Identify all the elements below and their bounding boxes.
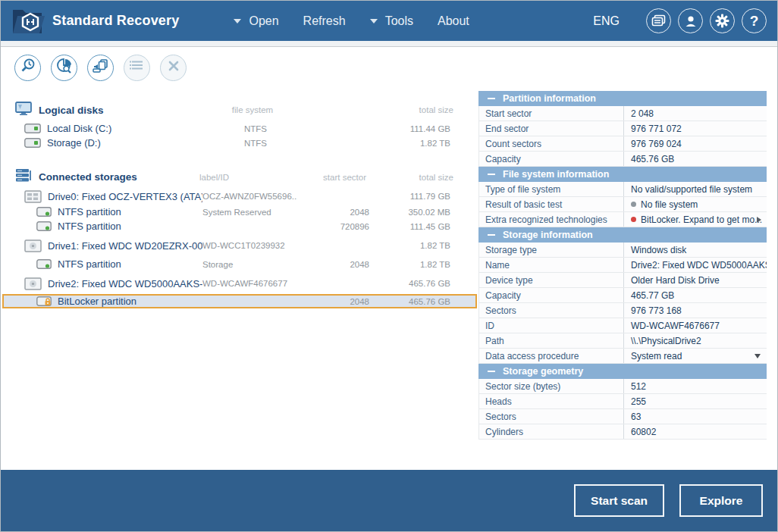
scan-button[interactable] <box>14 55 41 81</box>
menu-about[interactable]: About <box>428 10 478 33</box>
tree-row-local-disk-c[interactable]: Local Disk (C:) NTFS 111.44 GB <box>2 121 477 136</box>
info-row: Sector size (bytes)512 <box>478 379 767 394</box>
bitlocker-expand-value[interactable]: BitLocker. Expand to get mo... <box>623 212 767 227</box>
close-icon <box>167 59 180 76</box>
info-row: Capacity465.77 GB <box>478 288 767 303</box>
analyze-icon <box>56 58 73 77</box>
menu-tools-label: Tools <box>385 14 413 28</box>
filesystem-info-header[interactable]: File system information <box>478 167 767 182</box>
menu-open-label: Open <box>249 14 278 28</box>
app-logo-icon <box>10 5 46 38</box>
menu-about-label: About <box>438 14 469 28</box>
menu-tools[interactable]: Tools <box>361 10 422 33</box>
explore-button[interactable]: Explore <box>679 484 763 517</box>
info-row: Start sector2 048 <box>478 106 767 121</box>
collapse-icon <box>488 234 495 236</box>
tree-row-ntfs-partition[interactable]: NTFS partition System Reserved 2048 350.… <box>2 205 477 219</box>
dropdown-arrow-icon[interactable] <box>754 354 761 358</box>
partition-info-header[interactable]: Partition information <box>478 91 767 106</box>
tree-row-drive0[interactable]: Drive0: Fixed OCZ-VERTEX3 (ATA) OCZ-AWNZ… <box>2 188 477 205</box>
connected-storages-title: Connected storages <box>39 171 137 183</box>
hard-drive-icon <box>24 277 42 290</box>
close-storage-button[interactable] <box>160 55 187 81</box>
collapse-icon <box>488 174 495 175</box>
topbar-divider <box>1 41 777 47</box>
chevron-down-icon <box>234 19 241 23</box>
storage-tree-panel: Logical disks file system total size <box>1 88 478 470</box>
expand-right-icon[interactable] <box>757 217 761 223</box>
top-navigation-bar: Standard Recovery Open Refresh Tools Abo… <box>1 1 777 41</box>
menu-refresh[interactable]: Refresh <box>294 10 355 33</box>
info-row: Path\\.\PhysicalDrive2 <box>478 333 767 349</box>
scan-icon <box>20 58 36 77</box>
info-row: Type of file systemNo valid/supported fi… <box>478 182 767 197</box>
main-content: Logical disks file system total size <box>1 88 777 470</box>
tree-row-ntfs-partition[interactable]: NTFS partition Storage 2048 1.82 TB <box>2 257 477 271</box>
status-dot-red <box>631 217 636 222</box>
toolbar <box>1 47 777 88</box>
disk-icon <box>24 124 41 133</box>
news-icon <box>651 14 666 27</box>
column-header-total-size: total size <box>306 105 478 114</box>
info-row: Device typeOlder Hard Disk Drive <box>478 273 767 288</box>
help-button[interactable]: ? <box>742 8 767 33</box>
tree-row-ntfs-partition[interactable]: NTFS partition 720896 111.45 GB <box>2 219 477 233</box>
tree-row-storage-d[interactable]: Storage (D:) NTFS 1.82 TB <box>2 136 477 150</box>
info-row: IDWD-WCAWF4676677 <box>478 318 767 333</box>
logical-disks-title: Logical disks <box>39 105 104 116</box>
tree-row-bitlocker-partition[interactable]: BitLocker partition 2048 465.76 GB <box>2 294 477 308</box>
status-dot-gray <box>631 202 636 207</box>
user-icon <box>684 14 698 28</box>
tree-row-drive1[interactable]: Drive1: Fixed WDC WD20EZRX-00DC... WD-WC… <box>2 237 477 254</box>
list-icon <box>130 59 145 76</box>
account-button[interactable] <box>678 8 703 33</box>
info-row: Cylinders60802 <box>478 424 767 440</box>
info-row: NameDrive2: Fixed WDC WD5000AAKS-22V <box>478 258 767 273</box>
menu-open[interactable]: Open <box>224 10 287 33</box>
tree-row-drive2[interactable]: Drive2: Fixed WDC WD5000AAKS-22... WD-WC… <box>2 275 477 292</box>
info-row: Sectors976 773 168 <box>478 303 767 318</box>
column-header-label-id: label/ID <box>199 173 294 182</box>
app-title: Standard Recovery <box>52 13 179 29</box>
analyze-button[interactable] <box>51 55 77 81</box>
list-view-button[interactable] <box>124 55 150 81</box>
column-header-total-size: total size <box>366 173 478 182</box>
locked-partition-icon <box>36 296 52 307</box>
settings-button[interactable] <box>710 8 735 33</box>
copy-data-icon <box>92 58 109 77</box>
logical-disks-header: Logical disks file system total size <box>1 102 478 117</box>
partition-icon <box>36 221 52 231</box>
menu-refresh-label: Refresh <box>303 14 346 28</box>
data-access-procedure-select[interactable]: System read <box>623 349 767 363</box>
info-row: Storage typeWindows disk <box>478 243 767 258</box>
server-stack-icon <box>15 168 32 186</box>
info-row: Sectors63 <box>478 409 767 424</box>
news-button[interactable] <box>646 8 671 33</box>
partition-icon <box>36 207 52 217</box>
details-panel: Partition information Start sector2 048 … <box>478 88 767 470</box>
start-scan-button[interactable]: Start scan <box>574 484 664 517</box>
help-icon: ? <box>750 14 759 28</box>
collapse-icon <box>488 98 495 99</box>
app-window: Standard Recovery Open Refresh Tools Abo… <box>0 0 778 532</box>
monitor-icon <box>15 102 32 118</box>
bottom-action-bar: Start scan Explore <box>1 470 777 531</box>
info-row: Extra recognized technologies BitLocker.… <box>478 212 767 227</box>
copy-data-button[interactable] <box>87 55 114 81</box>
column-header-start-sector: start sector <box>294 173 366 182</box>
connected-storages-header: Connected storages label/ID start sector… <box>1 168 478 183</box>
chevron-down-icon <box>370 19 378 23</box>
disk-icon <box>24 138 41 148</box>
ssd-drive-icon <box>24 190 42 203</box>
storage-info-header[interactable]: Storage information <box>478 227 767 243</box>
info-row: Heads255 <box>478 394 767 409</box>
language-selector[interactable]: ENG <box>593 14 620 28</box>
info-row: End sector976 771 072 <box>478 121 767 136</box>
partition-icon <box>36 259 52 269</box>
gear-icon <box>715 14 729 28</box>
info-row: Data access procedure System read <box>478 349 767 364</box>
storage-geometry-header[interactable]: Storage geometry <box>478 364 767 379</box>
info-row: Capacity465.76 GB <box>478 152 767 167</box>
info-row: Result of basic test No file system <box>478 197 767 212</box>
column-header-file-system: file system <box>199 105 306 114</box>
